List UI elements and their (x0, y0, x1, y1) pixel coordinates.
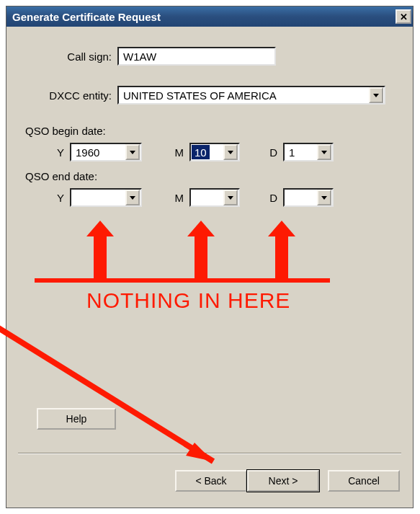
dialog-window: Generate Certificate Request ✕ Call sign… (6, 6, 414, 508)
dialog-body: Call sign: DXCC entity: UNITED STATES OF… (6, 27, 413, 508)
window-title: Generate Certificate Request (12, 11, 161, 23)
close-button[interactable]: ✕ (396, 9, 411, 24)
qso-end-row: Y M D (25, 188, 394, 207)
help-wrap: Help (37, 408, 116, 430)
qso-begin-row: Y 1960 M 10 D 1 (25, 143, 394, 161)
year-label: Y (51, 146, 64, 159)
wizard-buttons: < Back Next > Cancel (175, 470, 400, 492)
day-label: D (264, 146, 277, 159)
chevron-down-icon[interactable] (317, 144, 331, 160)
chevron-down-icon[interactable] (223, 190, 238, 205)
begin-day-select[interactable]: 1 (283, 143, 334, 161)
svg-marker-4 (130, 196, 135, 200)
qso-end-label: QSO end date: (25, 170, 394, 182)
chevron-down-icon[interactable] (125, 144, 140, 160)
next-button[interactable]: Next > (247, 470, 319, 492)
end-month-select[interactable] (189, 188, 240, 207)
chevron-down-icon[interactable] (317, 190, 331, 205)
chevron-down-icon[interactable] (223, 144, 238, 160)
dxcc-select[interactable]: UNITED STATES OF AMERICA (117, 86, 385, 105)
back-button[interactable]: < Back (175, 470, 247, 492)
callsign-row: Call sign: (25, 47, 394, 66)
end-day-select[interactable] (283, 188, 334, 207)
separator (18, 453, 401, 454)
begin-year-value: 1960 (71, 146, 125, 159)
svg-marker-6 (321, 196, 327, 200)
qso-begin-label: QSO begin date: (25, 125, 394, 137)
svg-marker-0 (373, 94, 379, 97)
year-label: Y (51, 192, 64, 204)
dxcc-row: DXCC entity: UNITED STATES OF AMERICA (25, 86, 394, 105)
month-label: M (171, 192, 184, 204)
callsign-input[interactable] (117, 47, 276, 66)
close-icon: ✕ (400, 12, 408, 22)
help-button[interactable]: Help (37, 408, 116, 430)
svg-marker-1 (130, 151, 135, 154)
begin-year-select[interactable]: 1960 (70, 143, 142, 161)
titlebar: Generate Certificate Request ✕ (6, 6, 413, 27)
svg-marker-5 (228, 196, 233, 200)
dxcc-value: UNITED STATES OF AMERICA (119, 89, 368, 102)
day-label: D (264, 192, 277, 204)
cancel-button[interactable]: Cancel (328, 470, 400, 492)
end-year-select[interactable] (70, 188, 142, 207)
begin-month-value: 10 (192, 145, 210, 159)
begin-day-value: 1 (285, 146, 316, 159)
svg-marker-3 (321, 151, 327, 154)
month-label: M (171, 146, 184, 159)
chevron-down-icon[interactable] (125, 190, 140, 205)
begin-month-select[interactable]: 10 (189, 143, 240, 161)
callsign-label: Call sign: (25, 50, 117, 63)
svg-marker-2 (228, 151, 233, 154)
dxcc-label: DXCC entity: (25, 89, 117, 102)
chevron-down-icon[interactable] (369, 87, 383, 103)
